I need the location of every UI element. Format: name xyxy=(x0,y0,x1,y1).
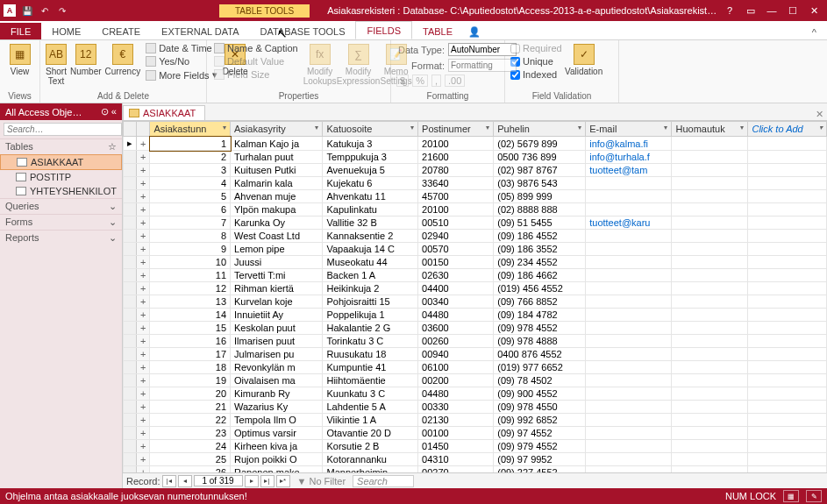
cell-id[interactable]: 14 xyxy=(150,309,231,322)
cell-puhelin[interactable]: (09) 766 8852 xyxy=(494,295,586,309)
row-selector[interactable] xyxy=(124,269,137,282)
cell-katu[interactable]: Avenuekuja 5 xyxy=(323,164,418,177)
cell-huom[interactable] xyxy=(672,401,748,414)
row-selector[interactable] xyxy=(124,348,137,361)
row-selector[interactable] xyxy=(124,427,137,440)
cell-posti[interactable]: 20780 xyxy=(418,164,494,177)
cell-email[interactable]: info@turhala.f xyxy=(586,151,672,164)
cell-puhelin[interactable]: 0400 876 4552 xyxy=(494,348,586,361)
row-selector[interactable] xyxy=(124,401,137,414)
cell-huom[interactable] xyxy=(672,466,748,473)
expand-row-icon[interactable]: + xyxy=(137,151,150,164)
cell-add[interactable] xyxy=(748,440,827,453)
cell-posti[interactable]: 00200 xyxy=(418,374,494,387)
required-checkbox[interactable]: Required xyxy=(510,42,562,54)
cell-email[interactable] xyxy=(586,427,672,440)
cell-yritys[interactable]: Optimus varsir xyxy=(231,427,323,440)
cell-add[interactable] xyxy=(748,387,827,401)
expand-row-icon[interactable]: + xyxy=(137,361,150,374)
cell-huom[interactable] xyxy=(672,164,748,177)
save-icon[interactable]: 💾 xyxy=(21,4,33,17)
cell-huom[interactable] xyxy=(672,190,748,203)
cell-katu[interactable]: Mannerheimin xyxy=(323,466,418,473)
cell-id[interactable]: 5 xyxy=(150,190,231,203)
cell-puhelin[interactable]: (02) 8888 888 xyxy=(494,203,586,217)
cell-add[interactable] xyxy=(748,282,827,295)
table-row[interactable]: +21Wazarius KyLahdentie 5 A00330(09) 978… xyxy=(124,401,827,414)
table-row[interactable]: +20Kimuranb RyKuunkatu 3 C04480(09) 900 … xyxy=(124,387,827,401)
cell-id[interactable]: 12 xyxy=(150,282,231,295)
col-huomautukset[interactable]: Huomautuk▾ xyxy=(672,122,748,137)
row-selector[interactable] xyxy=(124,335,137,348)
table-row[interactable]: +24Kirheen kiva jaKorsutie 2 B01450(09) … xyxy=(124,440,827,453)
table-row[interactable]: +14Innuietiit AyPoppelikuja 104480(09) 1… xyxy=(124,309,827,322)
cell-add[interactable] xyxy=(748,374,827,387)
cell-katu[interactable]: Katukuja 3 xyxy=(323,137,418,151)
cell-id[interactable]: 22 xyxy=(150,414,231,427)
row-selector[interactable] xyxy=(124,203,137,217)
number-button[interactable]: 12Number xyxy=(70,42,102,78)
cell-huom[interactable] xyxy=(672,177,748,190)
cell-posti[interactable]: 02940 xyxy=(418,230,494,243)
table-row[interactable]: +13Kurvelan kojePohjoisraitti 1500340(09… xyxy=(124,295,827,309)
navgroup-tables[interactable]: Tables☆ xyxy=(0,138,122,154)
cell-yritys[interactable]: Keskolan puut xyxy=(231,322,323,335)
row-selector[interactable] xyxy=(124,322,137,335)
row-selector[interactable] xyxy=(124,256,137,269)
cell-katu[interactable]: Poppelikuja 1 xyxy=(323,309,418,322)
cell-id[interactable]: 6 xyxy=(150,203,231,217)
cell-huom[interactable] xyxy=(672,374,748,387)
cell-puhelin[interactable]: (09) 227 4552 xyxy=(494,466,586,473)
tab-create[interactable]: CREATE xyxy=(91,23,151,39)
cell-email[interactable] xyxy=(586,177,672,190)
cell-email[interactable] xyxy=(586,269,672,282)
expand-row-icon[interactable]: + xyxy=(137,440,150,453)
expand-row-icon[interactable]: + xyxy=(137,387,150,401)
table-row[interactable]: +16Ilmarisen puutTorinkatu 3 C00260(09) … xyxy=(124,335,827,348)
cell-id[interactable]: 3 xyxy=(150,164,231,177)
cell-email[interactable] xyxy=(586,243,672,256)
record-search-input[interactable]: Search xyxy=(353,475,414,487)
cell-puhelin[interactable]: (09) 97 9952 xyxy=(494,453,586,466)
currency-button[interactable]: €Currency xyxy=(105,42,141,78)
cell-email[interactable] xyxy=(586,322,672,335)
expand-row-icon[interactable]: + xyxy=(137,348,150,361)
navpane-search-input[interactable] xyxy=(4,123,122,136)
cell-katu[interactable]: Temppukuja 3 xyxy=(323,151,418,164)
cell-huom[interactable] xyxy=(672,427,748,440)
cell-puhelin[interactable]: (09) 900 4552 xyxy=(494,387,586,401)
cell-yritys[interactable]: Rujon poikki O xyxy=(231,453,323,466)
cell-email[interactable] xyxy=(586,203,672,217)
cell-posti[interactable]: 00330 xyxy=(418,401,494,414)
cell-yritys[interactable]: Kalmarin kala xyxy=(231,177,323,190)
cell-huom[interactable] xyxy=(672,414,748,427)
navpane-header[interactable]: All Access Obje… ⊙ « xyxy=(0,103,122,120)
row-selector[interactable] xyxy=(124,466,137,473)
cell-huom[interactable] xyxy=(672,295,748,309)
cell-add[interactable] xyxy=(748,164,827,177)
cell-email[interactable] xyxy=(586,453,672,466)
cell-puhelin[interactable]: (09) 97 4552 xyxy=(494,427,586,440)
cell-id[interactable]: 9 xyxy=(150,243,231,256)
cell-posti[interactable]: 20100 xyxy=(418,203,494,217)
cell-email[interactable] xyxy=(586,414,672,427)
nav-next-button[interactable]: ▸ xyxy=(245,475,259,487)
cell-huom[interactable] xyxy=(672,309,748,322)
cell-add[interactable] xyxy=(748,414,827,427)
table-row[interactable]: +5Ahvenan mujeAhvenkatu 1145700(05) 899 … xyxy=(124,190,827,203)
cell-id[interactable]: 19 xyxy=(150,374,231,387)
row-selector[interactable] xyxy=(124,217,137,230)
select-all-corner[interactable] xyxy=(124,122,137,137)
cell-id[interactable]: 23 xyxy=(150,427,231,440)
cell-add[interactable] xyxy=(748,453,827,466)
redo-icon[interactable]: ↷ xyxy=(56,4,68,17)
maximize-icon[interactable]: ☐ xyxy=(783,3,802,18)
cell-huom[interactable] xyxy=(672,322,748,335)
navgroup-reports[interactable]: Reports⌄ xyxy=(0,230,122,245)
cell-posti[interactable]: 04480 xyxy=(418,387,494,401)
default-value-button[interactable]: Default Value xyxy=(212,55,300,67)
nav-new-button[interactable]: ▸* xyxy=(276,475,290,487)
expand-row-icon[interactable]: + xyxy=(137,230,150,243)
tab-fields[interactable]: FIELDS xyxy=(355,21,412,39)
cell-puhelin[interactable]: (09) 186 4552 xyxy=(494,230,586,243)
